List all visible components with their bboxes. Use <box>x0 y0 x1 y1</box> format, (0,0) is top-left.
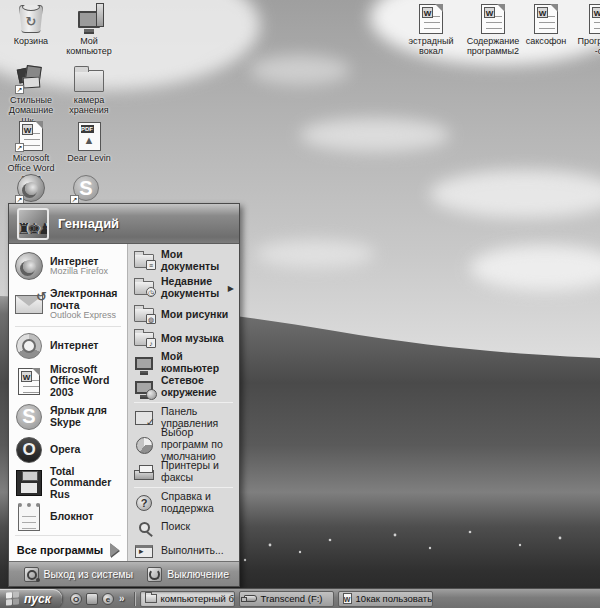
recent-documents-icon: ◷ <box>133 277 155 299</box>
shutdown-button[interactable]: Выключение <box>147 567 229 582</box>
start-menu: Геннадий ИнтернетMozilla Firefox Электро… <box>8 203 240 587</box>
menu-item-search[interactable]: Поиск <box>130 515 237 539</box>
word-letter: W <box>22 124 33 135</box>
run-icon <box>133 540 155 562</box>
word-doc-icon: W <box>530 3 562 35</box>
menu-item-run[interactable]: Выполнить... <box>130 539 237 563</box>
quick-launch-show-desktop-icon[interactable] <box>86 593 98 605</box>
start-button-label: пуск <box>24 592 51 606</box>
my-documents-icon: ≡ <box>133 250 155 272</box>
shutdown-label: Выключение <box>167 568 229 580</box>
outlook-icon <box>14 290 44 320</box>
menu-item-notepad[interactable]: Блокнот <box>9 500 127 533</box>
all-programs-label: Все программы <box>17 544 103 556</box>
desktop-icon-skype[interactable]: S ↗ <box>55 172 117 205</box>
quick-launch-opera-icon[interactable]: O <box>70 593 82 605</box>
menu-item-recent-documents[interactable]: ◷ Недавние документы ▶ <box>130 273 237 303</box>
word-letter: W <box>21 371 32 382</box>
taskbar: пуск O e » компьютерный буква... Transce… <box>0 588 600 608</box>
log-off-button[interactable]: Выход из системы <box>24 567 134 582</box>
desktop-icon-firefox[interactable]: ↗ <box>0 172 62 205</box>
icon-label: Мой компьютер <box>58 36 120 57</box>
desktop-icon-recycle-bin[interactable]: Корзина <box>0 3 62 46</box>
quick-launch: O e » <box>62 593 131 605</box>
separator <box>134 402 233 403</box>
word-doc-icon: W <box>477 3 509 35</box>
shortcut-arrow-icon: ↗ <box>15 85 24 94</box>
menu-item-printers-faxes[interactable]: Принтеры и факсы <box>130 460 237 484</box>
start-button[interactable]: пуск <box>0 589 62 608</box>
submenu-arrow-icon: ▶ <box>228 284 234 293</box>
desktop: Корзина Мой компьютер ↗ Стильные Домашни… <box>0 0 600 608</box>
all-programs-arrow-icon <box>110 543 119 557</box>
task-label: компьютерный буква... <box>161 593 235 604</box>
help-icon: ? <box>133 492 155 514</box>
desktop-icon-storage-folder[interactable]: камера хранения <box>58 62 120 116</box>
menu-item-default-programs[interactable]: Выбор программ по умолчанию <box>130 430 237 460</box>
word-letter: W <box>422 7 433 18</box>
desktop-icon-doc-saxophone[interactable]: W саксофон <box>515 3 577 46</box>
printer-icon <box>133 461 155 483</box>
chrome-icon <box>14 331 44 361</box>
menu-item-network[interactable]: Сетевое окружение <box>130 375 237 399</box>
word-icon: W <box>14 366 44 396</box>
folder-icon <box>73 62 105 94</box>
pdf-icon: PDF <box>73 120 105 152</box>
windows-logo-icon <box>6 591 19 605</box>
pdf-label: PDF <box>81 125 94 133</box>
menu-item-my-computer[interactable]: Мой компьютер <box>130 351 237 375</box>
taskbar-divider <box>134 592 135 606</box>
all-programs-button[interactable]: Все программы <box>9 538 127 562</box>
quick-launch-browser-icon[interactable]: e <box>102 593 114 605</box>
my-computer-icon <box>133 352 155 374</box>
menu-item-help-support[interactable]: ? Справка и поддержка <box>130 491 237 515</box>
menu-item-total-commander[interactable]: Total Commander Rus <box>9 466 127 500</box>
network-icon <box>133 376 155 398</box>
separator <box>134 487 233 488</box>
firefox-icon <box>14 251 44 281</box>
menu-item-skype[interactable]: S Ярлык для Skype <box>9 401 127 434</box>
menu-item-email-outlook[interactable]: Электронная почтаOutlook Express <box>9 286 127 325</box>
separator <box>15 535 121 536</box>
user-name: Геннадий <box>58 216 119 231</box>
task-button-folder[interactable]: компьютерный буква... <box>140 591 235 607</box>
quick-launch-overflow-chevron[interactable]: » <box>119 593 125 604</box>
shortcut-arrow-icon: ↗ <box>15 143 24 152</box>
icon-label: эстрадный вокал <box>400 36 462 57</box>
my-music-icon: ♪ <box>133 328 155 350</box>
task-label: 10как пользоваться... <box>356 593 433 604</box>
control-panel-icon <box>133 407 155 429</box>
desktop-icon-doc-programma[interactable]: W Программа -са <box>570 3 600 57</box>
skype-icon: S ↗ <box>70 172 102 204</box>
folder-icon <box>145 594 157 603</box>
notepad-icon <box>14 502 44 532</box>
task-button-transcend[interactable]: Transcend (F:) <box>239 591 334 607</box>
word-doc-icon: W <box>343 593 352 604</box>
menu-item-internet-chrome[interactable]: Интернет <box>9 329 127 362</box>
menu-item-word-2003[interactable]: W Microsoft Office Word 2003 <box>9 362 127 401</box>
desktop-icon-software[interactable]: ↗ Стильные Домашние Шк... <box>0 62 62 126</box>
desktop-icon-my-computer[interactable]: Мой компьютер <box>58 3 120 57</box>
power-icon <box>147 567 162 582</box>
desktop-icon-pdf[interactable]: PDF Dear Levin <box>58 120 120 163</box>
word-doc-icon: W <box>585 3 600 35</box>
menu-item-my-documents[interactable]: ≡ Мои документы <box>130 249 237 273</box>
search-icon <box>133 516 155 538</box>
separator <box>15 326 121 327</box>
task-button-word-doc[interactable]: W 10как пользоваться... <box>338 591 433 607</box>
software-boxes-icon: ↗ <box>15 62 47 94</box>
menu-item-internet-firefox[interactable]: ИнтернетMozilla Firefox <box>9 247 127 286</box>
log-off-label: Выход из системы <box>44 568 134 580</box>
menu-item-my-pictures[interactable]: ◍ Мои рисунки <box>130 303 237 327</box>
menu-item-my-music[interactable]: ♪ Моя музыка <box>130 327 237 351</box>
desktop-icon-doc-vocal[interactable]: W эстрадный вокал <box>400 3 462 57</box>
user-avatar <box>17 208 49 240</box>
default-programs-icon <box>133 434 155 456</box>
icon-label: Dear Levin <box>58 153 120 163</box>
menu-item-opera[interactable]: O Opera <box>9 433 127 466</box>
usb-drive-icon <box>244 595 257 602</box>
icon-label: камера хранения <box>58 95 120 116</box>
word-doc-icon: W <box>415 3 447 35</box>
my-pictures-icon: ◍ <box>133 304 155 326</box>
my-computer-icon <box>73 3 105 35</box>
